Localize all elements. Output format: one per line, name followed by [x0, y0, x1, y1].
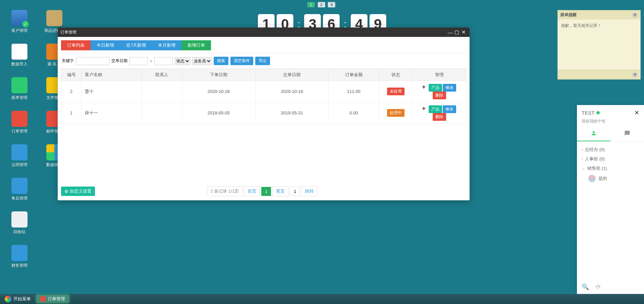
table-row[interactable]: 1薛十一2019-05-052019-05-310.00处理中+产品修改删除 [61, 102, 466, 124]
icon-label: 订单管理 [8, 129, 30, 134]
edit-button[interactable]: 修改 [443, 84, 456, 92]
jump-button[interactable]: 跳转 [301, 186, 317, 196]
status-select[interactable]: 状态 [175, 57, 190, 65]
close-icon[interactable]: ✕ [634, 109, 639, 116]
close-icon[interactable]: ✕ [460, 29, 467, 36]
app-icon [11, 10, 28, 26]
chat-group[interactable]: 销售部 (1) [582, 164, 639, 173]
member-name: 是的 [598, 175, 607, 182]
chat-group[interactable]: 人事部 (0) [582, 154, 639, 164]
status-badge: 未处理 [387, 88, 405, 95]
icon-label: 跟单管理 [8, 95, 30, 101]
orders-table: 编号 客户名称 联系人 下单日期 交单日期 订单金额 状态 管理 2曹十2020… [61, 69, 466, 124]
app-icon [11, 111, 28, 127]
taskbar: 开始菜单 订单管理 [0, 294, 644, 304]
last-page-button[interactable]: 尾页 [272, 186, 288, 196]
pager-1[interactable]: 1 [307, 2, 315, 7]
window-title: 订单管理 [60, 30, 76, 35]
app-icon [11, 144, 28, 160]
icon-label: 回收站 [8, 229, 30, 235]
desktop-icon[interactable]: 数据导入 [8, 44, 30, 67]
search-icon[interactable]: 🔍 [582, 283, 589, 291]
start-orb-icon [5, 296, 11, 302]
icon-label: 合同管理 [8, 162, 30, 168]
desktop-icon[interactable]: 财务管理 [8, 245, 30, 268]
contacts-tab[interactable] [577, 128, 610, 141]
chat-group[interactable]: 总经办 (0) [582, 145, 639, 154]
keyword-label: 关键字 [62, 58, 74, 64]
desktop-icon[interactable]: 跟单管理 [8, 77, 30, 101]
icon-label: 财务管理 [8, 263, 30, 268]
desktop-icon[interactable]: 回收站 [8, 211, 30, 235]
start-button[interactable]: 开始菜单 [1, 295, 34, 303]
table-row[interactable]: 2曹十2020-10-162020-10-18111.00未处理+产品修改删除 [61, 81, 466, 102]
order-window: 订单管理 — ▢ ✕ 订单列表今日新增近7天新增本月新增新增订单 关键字 交单日… [58, 28, 470, 200]
app-icon [46, 10, 62, 26]
chat-subtitle: 我有我的个性 [577, 118, 644, 128]
minimize-icon[interactable]: — [447, 29, 453, 36]
staff-select[interactable]: 业务员 [192, 57, 212, 65]
tab-week[interactable]: 近7天新增 [120, 40, 152, 50]
clear-button[interactable]: 清空条件 [230, 57, 253, 65]
icon-label: 售后管理 [8, 196, 30, 201]
chat-username: TEST [582, 110, 594, 116]
desktop-icon[interactable]: 售后管理 [8, 178, 30, 201]
desktop-icon[interactable]: 客户管理 [8, 10, 30, 34]
pager-3[interactable]: 3 [328, 2, 335, 7]
reminder-title: 跟单提醒 [560, 12, 577, 18]
settings-icon[interactable]: ⟳ [596, 283, 601, 291]
add-button[interactable]: + [422, 105, 426, 112]
icon-label: 数据导入 [8, 61, 30, 67]
tab-new[interactable]: 新增订单 [181, 40, 211, 50]
reminder-panel: 跟单提醒× 抱歉，暂无相关记录！ [557, 10, 641, 70]
export-button[interactable]: 导出 [255, 57, 270, 65]
app-icon [11, 77, 28, 93]
desktop-pager[interactable]: 1 2 3 [307, 1, 336, 7]
status-badge: 处理中 [387, 109, 405, 117]
filter-bar: 关键字 交单日期 ~ 状态 业务员 搜索 清空条件 导出 [58, 53, 470, 69]
chat-panel: TEST ✕ 我有我的个性 总经办 (0)人事部 (0)销售部 (1)是的 🔍 … [577, 105, 644, 294]
date-from-input[interactable] [129, 57, 148, 65]
search-button[interactable]: 搜索 [214, 57, 228, 65]
app-icon [11, 178, 28, 194]
messages-tab[interactable] [610, 128, 644, 141]
pager-2[interactable]: 2 [318, 2, 325, 7]
title-bar[interactable]: 订单管理 — ▢ ✕ [58, 28, 470, 37]
page-1-button[interactable]: 1 [261, 187, 271, 196]
close-icon[interactable]: × [632, 12, 638, 18]
pagination: 2 条记录 1/1页 首页 1 尾页 跳转 [207, 186, 318, 196]
reminder-body: 抱歉，暂无相关记录！ [558, 19, 640, 70]
tab-month[interactable]: 本月新增 [152, 40, 181, 50]
date-label: 交单日期 [111, 58, 127, 64]
product-button[interactable]: 产品 [429, 105, 442, 113]
add-button[interactable]: + [422, 84, 426, 90]
icon-label: 客户管理 [8, 28, 30, 34]
delete-button[interactable]: 删除 [433, 92, 446, 99]
gear-icon: ⚙ [64, 189, 68, 194]
page-input[interactable] [290, 187, 300, 196]
chat-member[interactable]: 是的 [582, 173, 639, 184]
window-footer: ⚙自定义设置 2 条记录 1/1页 首页 1 尾页 跳转 [61, 186, 466, 196]
avatar [588, 175, 596, 182]
tab-today[interactable]: 今日新增 [91, 40, 120, 50]
keyword-input[interactable] [76, 57, 109, 65]
order-icon [40, 296, 46, 302]
date-to-input[interactable] [154, 57, 173, 65]
edit-button[interactable]: 修改 [443, 105, 456, 113]
close-icon[interactable]: × [632, 72, 638, 78]
desktop-icon[interactable]: 合同管理 [8, 144, 30, 168]
desktop-icon[interactable]: 订单管理 [8, 111, 30, 134]
product-button[interactable]: 产品 [429, 84, 442, 92]
app-icon [11, 44, 28, 60]
page-info: 2 条记录 1/1页 [207, 186, 243, 196]
reminder-panel-2: × [557, 70, 641, 80]
first-page-button[interactable]: 首页 [244, 186, 260, 196]
tab-list[interactable]: 订单列表 [61, 40, 91, 50]
app-icon [11, 211, 28, 227]
task-order[interactable]: 订单管理 [36, 295, 69, 303]
maximize-icon[interactable]: ▢ [453, 29, 460, 36]
custom-settings-button[interactable]: ⚙自定义设置 [61, 187, 95, 196]
status-online-icon [596, 111, 600, 114]
app-icon [11, 245, 28, 261]
delete-button[interactable]: 删除 [433, 113, 446, 121]
